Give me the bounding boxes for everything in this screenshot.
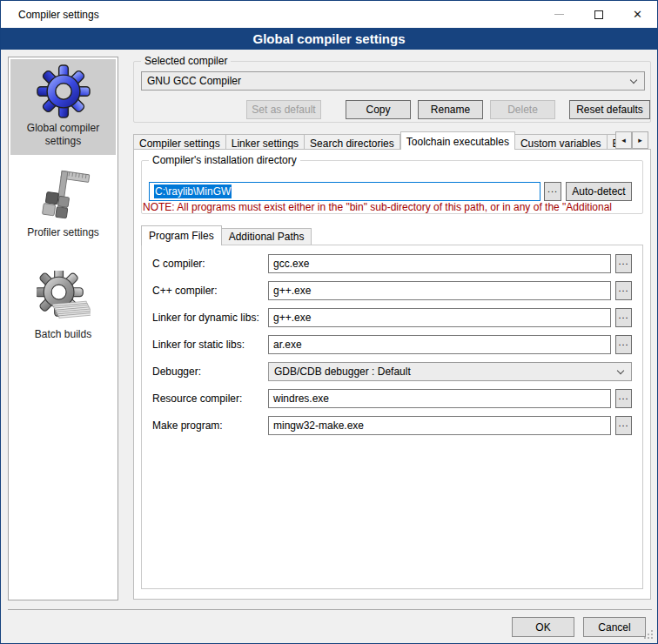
resource-compiler-browse-button[interactable]: ... — [615, 389, 632, 408]
tab-compiler-settings[interactable]: Compiler settings — [133, 134, 226, 150]
sidebar: Global compiler settings Profiler sett — [8, 57, 118, 600]
install-directory-browse-button[interactable]: ... — [544, 182, 561, 201]
maximize-button[interactable] — [579, 1, 618, 28]
make-program-browse-button[interactable]: ... — [615, 416, 632, 435]
field-row-make-program: Make program: mingw32-make.exe ... — [142, 416, 642, 435]
bin-directory-note: NOTE: All programs must exist either in … — [143, 201, 649, 213]
linker-dynamic-input[interactable]: g++.exe — [268, 308, 611, 327]
main-tabstrip: Compiler settingsLinker settingsSearch d… — [133, 129, 615, 150]
field-value: mingw32-make.exe — [273, 419, 364, 432]
window-title: Compiler settings — [18, 9, 99, 21]
field-value: gcc.exe — [273, 258, 309, 270]
make-program-input[interactable]: mingw32-make.exe — [268, 416, 611, 435]
sidebar-item-batch-builds[interactable]: Batch builds — [10, 265, 116, 348]
sidebar-item-label: Batch builds — [12, 328, 114, 341]
field-row-debugger: Debugger: GDB/CDB debugger : Default — [142, 362, 642, 381]
set-as-default-button[interactable]: Set as default — [246, 100, 321, 119]
minimize-button[interactable] — [540, 1, 579, 28]
delete-button[interactable]: Delete — [490, 100, 555, 119]
reset-defaults-button[interactable]: Reset defaults — [569, 100, 650, 119]
install-directory-value: C:\raylib\MinGW — [154, 184, 232, 198]
field-value: windres.exe — [273, 392, 329, 405]
field-label: C compiler: — [152, 258, 205, 270]
tab-scroll-left-button[interactable] — [615, 131, 632, 149]
toolchain-executables-page: Compiler's installation directory C:\ray… — [133, 149, 651, 600]
field-label: Linker for dynamic libs: — [152, 312, 259, 324]
field-value: g++.exe — [273, 285, 311, 297]
tab-toolchain-executables[interactable]: Toolchain executables — [400, 131, 515, 150]
footer-divider — [8, 609, 652, 610]
gear-blue-icon — [12, 64, 114, 118]
compiler-select[interactable]: GNU GCC Compiler — [141, 71, 645, 91]
sidebar-item-label: Profiler settings — [12, 226, 114, 239]
copy-button[interactable]: Copy — [346, 100, 411, 119]
sidebar-item-label: Global compiler settings — [12, 122, 114, 148]
chevron-down-icon — [630, 77, 637, 84]
cpp-compiler-input[interactable]: g++.exe — [268, 281, 611, 300]
selected-compiler-group: Selected compiler GNU GCC Compiler Set a… — [133, 61, 651, 123]
cpp-compiler-browse-button[interactable]: ... — [615, 281, 632, 300]
titlebar: Compiler settings — [1, 1, 657, 28]
linker-dynamic-browse-button[interactable]: ... — [615, 308, 632, 327]
tab-additional-paths[interactable]: Additional Paths — [222, 228, 312, 245]
linker-static-browse-button[interactable]: ... — [615, 335, 632, 354]
minimize-icon — [554, 14, 564, 15]
compiler-select-value: GNU GCC Compiler — [147, 75, 241, 87]
resource-compiler-input[interactable]: windres.exe — [268, 389, 611, 408]
program-files-page: C compiler: gcc.exe ... C++ compiler: g+… — [141, 245, 643, 589]
gear-stack-icon — [12, 271, 114, 325]
tab-build-options[interactable]: Build — [608, 134, 615, 150]
field-row-cpp-compiler: C++ compiler: g++.exe ... — [142, 281, 642, 300]
field-label: Make program: — [152, 419, 223, 432]
page-title: Global compiler settings — [252, 31, 405, 46]
close-button[interactable] — [618, 1, 657, 28]
c-compiler-browse-button[interactable]: ... — [615, 254, 632, 273]
tab-linker-settings[interactable]: Linker settings — [226, 134, 305, 150]
sidebar-item-global-compiler-settings[interactable]: Global compiler settings — [10, 59, 116, 155]
install-directory-group-title: Compiler's installation directory — [149, 154, 300, 166]
field-value: g++.exe — [273, 312, 311, 324]
window-controls — [540, 1, 657, 28]
close-icon — [633, 8, 642, 21]
tab-search-directories[interactable]: Search directories — [305, 134, 400, 150]
program-files-tabstrip: Program FilesAdditional Paths — [141, 225, 312, 245]
caliper-icon — [12, 169, 114, 223]
c-compiler-input[interactable]: gcc.exe — [268, 254, 611, 273]
rename-button[interactable]: Rename — [418, 100, 483, 119]
field-row-resource-compiler: Resource compiler: windres.exe ... — [142, 389, 642, 408]
field-label: C++ compiler: — [152, 285, 218, 297]
sidebar-item-profiler-settings[interactable]: Profiler settings — [10, 164, 116, 246]
chevron-down-icon — [617, 367, 624, 374]
compiler-settings-dialog: Compiler settings Global compiler settin… — [0, 0, 658, 644]
selected-compiler-group-title: Selected compiler — [141, 55, 231, 67]
maximize-icon — [594, 10, 603, 19]
header-band: Global compiler settings — [1, 28, 657, 50]
cancel-button[interactable]: Cancel — [583, 617, 646, 637]
auto-detect-button[interactable]: Auto-detect — [566, 182, 632, 201]
field-label: Resource compiler: — [152, 392, 242, 405]
tab-custom-variables[interactable]: Custom variables — [515, 134, 608, 150]
tab-scroll-right-button[interactable] — [632, 131, 648, 149]
field-value: ar.exe — [273, 339, 302, 351]
debugger-select[interactable]: GDB/CDB debugger : Default — [268, 362, 632, 381]
field-label: Linker for static libs: — [152, 339, 245, 351]
field-row-linker-static: Linker for static libs: ar.exe ... — [142, 335, 642, 354]
install-directory-input[interactable]: C:\raylib\MinGW — [149, 182, 540, 201]
ok-button[interactable]: OK — [512, 617, 574, 637]
field-row-linker-dynamic: Linker for dynamic libs: g++.exe ... — [142, 308, 642, 327]
field-row-c-compiler: C compiler: gcc.exe ... — [142, 254, 642, 273]
tab-program-files[interactable]: Program Files — [141, 225, 222, 245]
debugger-select-value: GDB/CDB debugger : Default — [274, 366, 411, 378]
resize-grip[interactable] — [651, 637, 653, 639]
field-label: Debugger: — [152, 366, 201, 378]
linker-static-input[interactable]: ar.exe — [268, 335, 611, 354]
